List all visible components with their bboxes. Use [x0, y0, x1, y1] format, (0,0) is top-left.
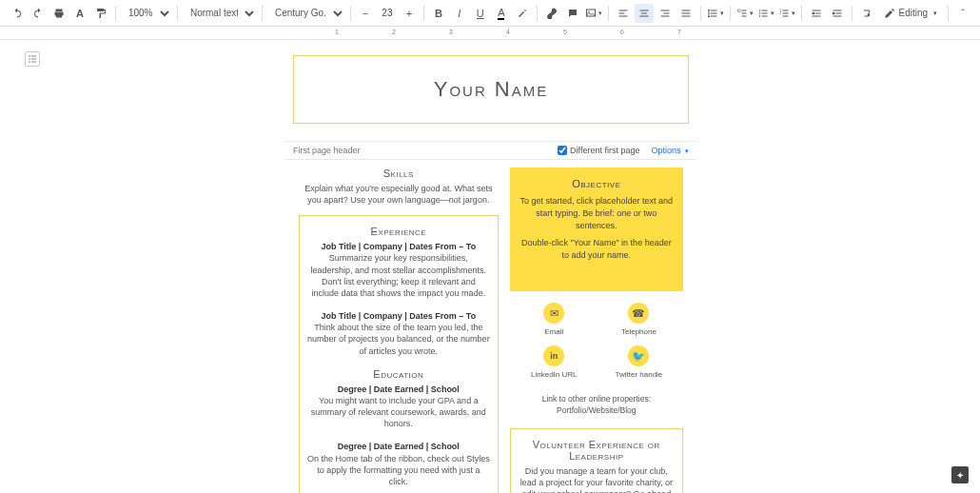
contact-twitter[interactable]: 🐦 Twitter handle [600, 345, 677, 379]
diff-first-checkbox-input[interactable] [558, 146, 567, 155]
experience-box[interactable]: Experience Job Title | Company | Dates F… [299, 215, 499, 493]
separator [350, 6, 351, 21]
indent-increase-button[interactable] [828, 4, 847, 23]
header-options-link[interactable]: Options ▾ [651, 146, 689, 155]
telephone-icon: ☎ [628, 303, 649, 324]
job1-line[interactable]: Job Title | Company | Dates From – To [321, 242, 476, 251]
explore-button[interactable]: ✦ [951, 466, 969, 483]
align-justify-button[interactable] [676, 4, 696, 23]
volunteer-body[interactable]: Did you manage a team for your club, lea… [519, 465, 675, 493]
contact-telephone[interactable]: ☎ Telephone [600, 303, 677, 336]
pencil-icon [884, 8, 895, 19]
zoom-select[interactable]: 100% [121, 4, 172, 23]
indent-decrease-button[interactable] [807, 4, 826, 23]
svg-text:2: 2 [779, 11, 781, 15]
skills-title: Skills [299, 168, 499, 179]
redo-button[interactable] [29, 4, 48, 23]
document-page[interactable]: Your Name First page header Different fi… [285, 48, 696, 493]
font-select[interactable]: Century Go... [267, 4, 345, 23]
separator [115, 6, 116, 21]
separator [177, 6, 178, 21]
separator [700, 6, 701, 21]
align-left-button[interactable] [614, 4, 633, 23]
align-center-button[interactable] [635, 4, 654, 23]
line-spacing-button[interactable]: ▾ [706, 4, 725, 23]
svg-point-4 [758, 12, 760, 14]
deg1-body[interactable]: You might want to include your GPA and a… [311, 396, 486, 428]
editing-mode-button[interactable]: Editing ▾ [878, 8, 944, 19]
style-select[interactable]: Normal text [183, 4, 257, 23]
job2-line[interactable]: Job Title | Company | Dates From – To [321, 311, 476, 321]
separator [608, 6, 609, 21]
header-name-box[interactable]: Your Name [293, 55, 689, 124]
deg1-line[interactable]: Degree | Date Earned | School [338, 385, 460, 394]
svg-rect-2 [737, 10, 740, 12]
deg2-line[interactable]: Degree | Date Earned | School [338, 442, 460, 451]
name-placeholder[interactable]: Your Name [304, 77, 678, 102]
skills-section[interactable]: Skills Explain what you're especially go… [299, 168, 499, 206]
text-color-button[interactable]: A [492, 4, 511, 23]
contact-email[interactable]: ✉ Email [516, 303, 593, 336]
different-first-page-checkbox[interactable]: Different first page [558, 146, 639, 155]
svg-point-3 [758, 10, 760, 11]
volunteer-box[interactable]: Volunteer Experience or Leadership Did y… [510, 428, 683, 493]
separator [801, 6, 802, 21]
outline-toggle-button[interactable] [25, 51, 40, 67]
link-button[interactable] [542, 4, 561, 23]
bold-button[interactable]: B [429, 4, 448, 23]
print-button[interactable] [49, 4, 69, 23]
numbered-list-button[interactable]: 12▾ [777, 4, 796, 23]
linkedin-icon: in [543, 345, 564, 366]
volunteer-title: Volunteer Experience or Leadership [519, 439, 675, 462]
font-size-decrease-button[interactable]: − [356, 4, 375, 23]
contact-linkedin[interactable]: in LinkedIn URL [516, 345, 593, 379]
deg2-body[interactable]: On the Home tab of the ribbon, check out… [307, 454, 490, 486]
svg-point-5 [758, 15, 760, 17]
italic-button[interactable]: I [450, 4, 469, 23]
separator [537, 6, 538, 21]
separator [423, 6, 424, 21]
outline-icon [27, 53, 38, 65]
align-right-button[interactable] [656, 4, 675, 23]
job2-body[interactable]: Think about the size of the team you led… [307, 323, 490, 355]
separator [262, 6, 263, 21]
separator [730, 6, 731, 21]
underline-button[interactable]: U [471, 4, 490, 23]
undo-button[interactable] [8, 4, 27, 23]
skills-body[interactable]: Explain what you're especially good at. … [299, 183, 499, 206]
checklist-button[interactable]: ▾ [735, 4, 755, 23]
font-size-increase-button[interactable]: + [400, 4, 419, 23]
highlight-button[interactable] [513, 4, 532, 23]
objective-title: Objective [518, 177, 676, 191]
job1-body[interactable]: Summarize your key responsibilities, lea… [311, 253, 487, 297]
objective-box[interactable]: Objective To get started, click placehol… [510, 168, 683, 291]
contact-links-text[interactable]: Link to other online properties: Portfol… [510, 390, 683, 421]
image-button[interactable]: ▾ [584, 4, 603, 23]
email-icon: ✉ [543, 303, 564, 324]
comment-button[interactable] [563, 4, 582, 23]
paint-format-button[interactable] [91, 4, 110, 23]
experience-title: Experience [307, 226, 490, 237]
education-title: Education [307, 368, 490, 380]
bullet-list-button[interactable]: ▾ [756, 4, 775, 23]
clear-format-button[interactable] [857, 4, 876, 23]
objective-line1[interactable]: To get started, click placeholder text a… [518, 195, 676, 231]
ruler[interactable]: 1 2 3 4 5 6 7 [0, 27, 980, 40]
document-workspace[interactable]: Your Name First page header Different fi… [0, 40, 980, 493]
spellcheck-button[interactable]: A [70, 4, 89, 23]
separator [852, 6, 853, 21]
twitter-icon: 🐦 [628, 345, 649, 366]
objective-line2[interactable]: Double-click "Your Name" in the header t… [518, 237, 676, 261]
contact-grid: ✉ Email ☎ Telephone in LinkedIn URL 🐦 Tw… [510, 291, 683, 390]
separator [948, 6, 949, 21]
header-options-bar: First page header Different first page O… [285, 141, 696, 160]
header-bar-label: First page header [293, 146, 361, 155]
font-size-value[interactable]: 23 [377, 8, 398, 18]
expand-button[interactable]: ˆ [953, 4, 972, 23]
